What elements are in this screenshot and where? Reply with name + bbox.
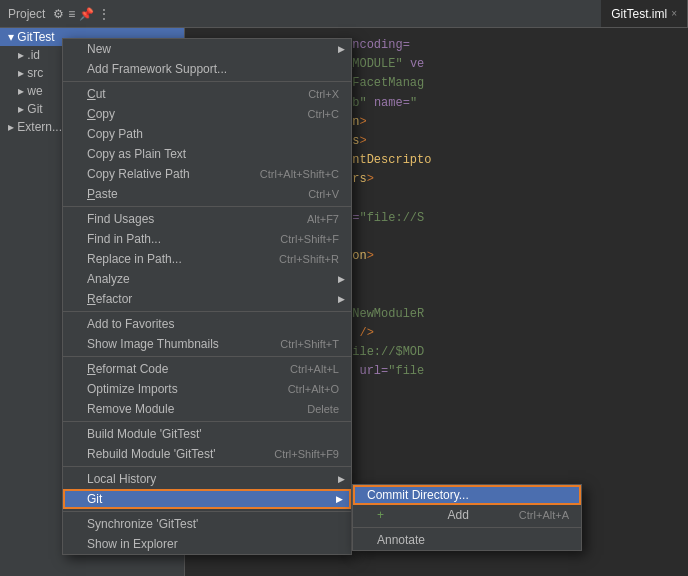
project-label: Project (8, 7, 45, 21)
menu-item-cut[interactable]: Cut Ctrl+X (63, 84, 351, 104)
menu-item-remove-module[interactable]: Remove Module Delete (63, 399, 351, 419)
tab-area: GitTest.iml × (601, 0, 688, 27)
menu-item-add-favorites[interactable]: Add to Favorites (63, 314, 351, 334)
menu-separator-2 (63, 206, 351, 207)
menu-separator-7 (63, 511, 351, 512)
menu-separator-6 (63, 466, 351, 467)
context-menu: New Add Framework Support... Cut Ctrl+X … (62, 38, 352, 555)
pin-icon[interactable]: 📌 (79, 7, 94, 21)
menu-item-analyze[interactable]: Analyze (63, 269, 351, 289)
layout-icon[interactable]: ≡ (68, 7, 75, 21)
menu-item-copy[interactable]: Copy Ctrl+C (63, 104, 351, 124)
menu-separator-5 (63, 421, 351, 422)
menu-item-find-usages[interactable]: Find Usages Alt+F7 (63, 209, 351, 229)
menu-separator-1 (63, 81, 351, 82)
menu-item-show-thumbnails[interactable]: Show Image Thumbnails Ctrl+Shift+T (63, 334, 351, 354)
tab-close-button[interactable]: × (671, 8, 677, 19)
menu-separator-4 (63, 356, 351, 357)
submenu-item-commit-directory[interactable]: Commit Directory... (353, 485, 581, 505)
project-panel-header: Project ⚙ ≡ 📌 ⋮ (0, 7, 118, 21)
menu-item-paste[interactable]: Paste Ctrl+V (63, 184, 351, 204)
more-icon[interactable]: ⋮ (98, 7, 110, 21)
menu-separator-3 (63, 311, 351, 312)
menu-item-copy-path[interactable]: Copy Path (63, 124, 351, 144)
submenu-item-add[interactable]: + Add Ctrl+Alt+A (353, 505, 581, 525)
menu-item-copy-relative[interactable]: Copy Relative Path Ctrl+Alt+Shift+C (63, 164, 351, 184)
git-submenu: Commit Directory... + Add Ctrl+Alt+A Ann… (352, 484, 582, 551)
menu-item-optimize[interactable]: Optimize Imports Ctrl+Alt+O (63, 379, 351, 399)
settings-icon[interactable]: ⚙ (53, 7, 64, 21)
menu-item-replace-path[interactable]: Replace in Path... Ctrl+Shift+R (63, 249, 351, 269)
submenu-separator-1 (353, 527, 581, 528)
tab-gittest[interactable]: GitTest.iml × (601, 0, 688, 27)
menu-item-refactor[interactable]: Refactor (63, 289, 351, 309)
menu-item-rebuild-module[interactable]: Rebuild Module 'GitTest' Ctrl+Shift+F9 (63, 444, 351, 464)
menu-item-reformat[interactable]: Reformat Code Ctrl+Alt+L (63, 359, 351, 379)
submenu-item-annotate[interactable]: Annotate (353, 530, 581, 550)
menu-item-find-path[interactable]: Find in Path... Ctrl+Shift+F (63, 229, 351, 249)
menu-item-build-module[interactable]: Build Module 'GitTest' (63, 424, 351, 444)
menu-item-git[interactable]: Git (63, 489, 351, 509)
menu-item-show-explorer[interactable]: Show in Explorer (63, 534, 351, 554)
tab-title: GitTest.iml (611, 7, 667, 21)
menu-item-sync[interactable]: Synchronize 'GitTest' (63, 514, 351, 534)
top-bar: Project ⚙ ≡ 📌 ⋮ GitTest.iml × (0, 0, 688, 28)
menu-item-new[interactable]: New (63, 39, 351, 59)
menu-item-local-history[interactable]: Local History (63, 469, 351, 489)
menu-item-copy-plain[interactable]: Copy as Plain Text (63, 144, 351, 164)
menu-item-add-framework[interactable]: Add Framework Support... (63, 59, 351, 79)
